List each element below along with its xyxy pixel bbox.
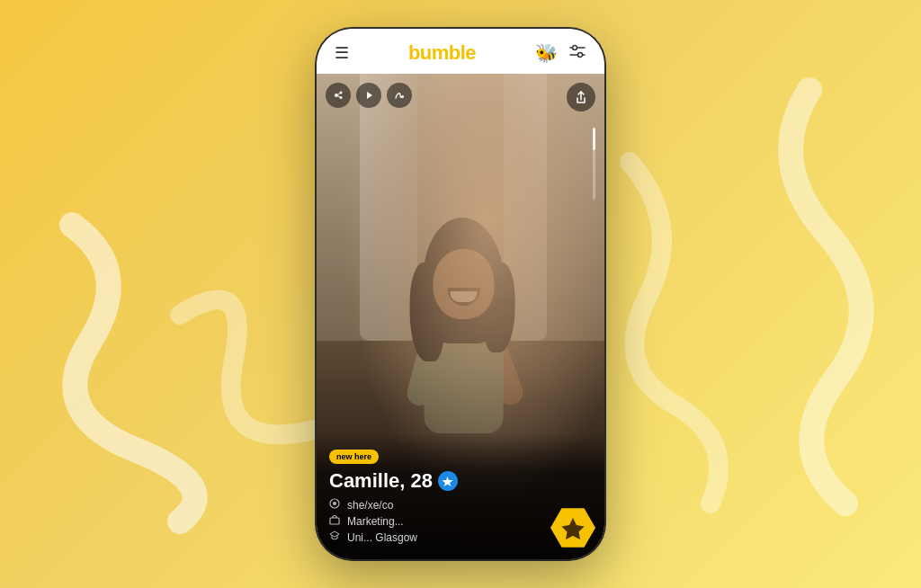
svg-marker-11 — [443, 477, 453, 486]
svg-marker-9 — [367, 92, 372, 99]
media-icon-3[interactable] — [387, 83, 412, 108]
svg-point-13 — [333, 502, 336, 505]
svg-point-4 — [335, 94, 338, 97]
occupation-text: Marketing... — [347, 515, 404, 528]
header-right: 🐝 — [535, 42, 586, 64]
photo-media-icons — [326, 83, 412, 108]
svg-line-7 — [338, 96, 341, 98]
phone-frame: ☰ bumble 🐝 — [317, 29, 604, 559]
svg-rect-14 — [330, 518, 339, 524]
profile-name-row: Camille, 28 — [329, 469, 592, 493]
superswipe-button[interactable] — [550, 505, 595, 550]
app-logo: bumble — [408, 41, 476, 65]
pronouns-icon — [329, 498, 342, 512]
svg-point-1 — [572, 45, 577, 49]
profile-photo: new here Camille, 28 — [317, 74, 604, 559]
svg-line-6 — [338, 94, 341, 95]
menu-icon[interactable]: ☰ — [335, 43, 349, 63]
university-text: Uni... Glasgow — [347, 531, 417, 544]
hexagon-icon — [550, 505, 595, 550]
phone-inner: ☰ bumble 🐝 — [317, 29, 604, 559]
bee-icon[interactable]: 🐝 — [535, 42, 558, 64]
media-icon-1[interactable] — [326, 83, 351, 108]
svg-point-3 — [577, 52, 582, 57]
scroll-thumb — [593, 128, 595, 150]
sliders-icon[interactable] — [568, 44, 586, 63]
profile-name: Camille, 28 — [329, 469, 433, 493]
media-icon-2[interactable] — [356, 83, 381, 108]
education-icon — [329, 530, 342, 544]
scroll-indicator — [593, 128, 595, 200]
app-header: ☰ bumble 🐝 — [317, 29, 604, 74]
pronouns-text: she/xe/co — [347, 499, 393, 512]
svg-marker-16 — [562, 518, 585, 539]
svg-point-8 — [340, 96, 343, 99]
svg-point-10 — [401, 95, 404, 98]
new-here-badge: new here — [329, 450, 379, 464]
profile-card[interactable]: new here Camille, 28 — [317, 74, 604, 559]
share-button[interactable] — [567, 83, 595, 111]
work-icon — [329, 514, 342, 528]
verified-badge — [438, 471, 458, 491]
